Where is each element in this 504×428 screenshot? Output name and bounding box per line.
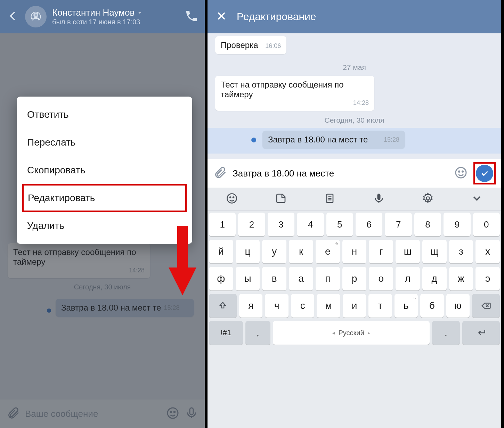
key-у[interactable]: у <box>262 240 286 263</box>
key-с[interactable]: с <box>291 294 314 318</box>
gear-icon[interactable] <box>422 192 434 206</box>
confirm-edit-button[interactable] <box>476 165 493 182</box>
key-к[interactable]: к <box>289 240 313 263</box>
clipboard-icon[interactable] <box>324 192 336 206</box>
key-р[interactable]: р <box>342 267 367 290</box>
chevron-down-icon[interactable] <box>471 192 483 206</box>
right-pane: Редактирование Проверка 16:06 27 мая Тес… <box>208 0 501 428</box>
key-б[interactable]: б <box>420 294 444 318</box>
message-time: 15:28 <box>384 136 399 143</box>
keyboard-rows: 1234567890 йцукеёнгшщзх фывапролджэ ячсм… <box>208 211 501 350</box>
keyboard-toolbar <box>208 188 501 211</box>
annotation-highlight <box>473 162 496 184</box>
key-п[interactable]: п <box>316 267 340 290</box>
key-5[interactable]: 5 <box>326 213 353 236</box>
keyboard: 1234567890 йцукеёнгшщзх фывапролджэ ячсм… <box>208 188 501 428</box>
message-bubble-editing[interactable]: Завтра в 18.00 на мест те 15:28 <box>262 131 405 149</box>
annotation-arrow-icon <box>169 226 196 295</box>
unread-dot <box>251 138 256 142</box>
key-ц[interactable]: ц <box>236 240 260 263</box>
key-т[interactable]: т <box>368 294 392 318</box>
menu-item-переслать[interactable]: Переслать <box>17 129 192 156</box>
svg-rect-16 <box>377 194 380 200</box>
enter-key[interactable] <box>462 321 500 345</box>
avatar[interactable] <box>25 6 47 27</box>
shift-key[interactable] <box>209 294 237 318</box>
back-icon[interactable] <box>6 9 19 24</box>
svg-point-12 <box>227 194 237 203</box>
key-ь[interactable]: ьъ <box>395 294 418 318</box>
key-1[interactable]: 1 <box>209 213 236 236</box>
menu-item-ответить[interactable]: Ответить <box>17 101 192 129</box>
backspace-key[interactable] <box>472 294 500 318</box>
header-text: Константин Наумов был в сети 17 июня в 1… <box>52 7 179 26</box>
edit-header: Редактирование <box>208 0 501 33</box>
key-3[interactable]: 3 <box>268 213 294 236</box>
key-7[interactable]: 7 <box>385 213 412 236</box>
key-э[interactable]: э <box>475 267 500 290</box>
close-icon[interactable] <box>216 10 227 23</box>
emoji-icon[interactable] <box>226 192 238 206</box>
svg-point-10 <box>458 171 460 172</box>
message-bubble[interactable]: Проверка 16:06 <box>215 36 286 54</box>
menu-item-редактировать[interactable]: Редактировать <box>22 184 187 212</box>
message-text: Завтра в 18.00 на мест те <box>268 135 380 145</box>
attach-icon[interactable] <box>213 166 227 181</box>
key-2[interactable]: 2 <box>238 213 265 236</box>
last-seen: был в сети 17 июня в 17:03 <box>52 18 179 26</box>
svg-marker-8 <box>169 268 196 295</box>
key-х[interactable]: х <box>475 240 500 263</box>
date-separator: 27 мая <box>208 63 501 72</box>
key-6[interactable]: 6 <box>356 213 382 236</box>
key-о[interactable]: о <box>369 267 393 290</box>
mic-icon[interactable] <box>373 192 385 206</box>
key-ч[interactable]: ч <box>265 294 288 318</box>
key-й[interactable]: й <box>209 240 233 263</box>
key-ю[interactable]: ю <box>446 294 470 318</box>
message-text: Проверка <box>221 40 258 50</box>
svg-point-13 <box>230 197 231 198</box>
chat-header: Константин Наумов был в сети 17 июня в 1… <box>0 0 205 33</box>
key-ш[interactable]: ш <box>396 240 420 263</box>
svg-point-9 <box>456 167 466 178</box>
message-text: Тест на отправку сообщения по таймеру <box>221 80 343 99</box>
date-separator: Сегодня, 30 июля <box>208 116 501 124</box>
emoji-icon[interactable] <box>454 166 468 181</box>
key-ф[interactable]: ф <box>209 267 233 290</box>
key-9[interactable]: 9 <box>444 213 470 236</box>
key-8[interactable]: 8 <box>414 213 441 236</box>
message-time: 14:28 <box>353 99 369 107</box>
key-а[interactable]: а <box>289 267 313 290</box>
edit-title: Редактирование <box>237 11 316 23</box>
space-key[interactable]: ◂Русский▸ <box>273 321 430 345</box>
key-и[interactable]: и <box>343 294 366 318</box>
symbols-key[interactable]: !#1 <box>209 321 243 345</box>
svg-rect-7 <box>177 226 188 271</box>
key-м[interactable]: м <box>317 294 340 318</box>
menu-item-удалить[interactable]: Удалить <box>17 212 192 240</box>
key-е[interactable]: её <box>316 240 340 263</box>
call-icon[interactable] <box>185 9 198 24</box>
key-0[interactable]: 0 <box>473 213 500 236</box>
key-г[interactable]: г <box>369 240 393 263</box>
key-в[interactable]: в <box>262 267 286 290</box>
key-4[interactable]: 4 <box>297 213 324 236</box>
key-д[interactable]: д <box>422 267 447 290</box>
key-ы[interactable]: ы <box>236 267 260 290</box>
contact-name: Константин Наумов <box>52 7 179 18</box>
svg-point-11 <box>462 171 463 172</box>
period-key[interactable]: . <box>432 321 460 345</box>
key-щ[interactable]: щ <box>422 240 447 263</box>
message-bubble[interactable]: Тест на отправку сообщения по таймеру 14… <box>215 76 374 111</box>
edit-input[interactable]: Завтра в 18.00 на месте <box>233 168 448 179</box>
left-pane: Константин Наумов был в сети 17 июня в 1… <box>0 0 208 428</box>
key-н[interactable]: н <box>342 240 367 263</box>
menu-item-скопировать[interactable]: Скопировать <box>17 156 192 184</box>
comma-key[interactable]: , <box>245 321 270 345</box>
sticker-icon[interactable] <box>275 192 287 206</box>
key-л[interactable]: л <box>396 267 420 290</box>
svg-point-2 <box>35 14 37 16</box>
key-ж[interactable]: ж <box>449 267 473 290</box>
key-з[interactable]: з <box>449 240 473 263</box>
key-я[interactable]: я <box>239 294 262 318</box>
